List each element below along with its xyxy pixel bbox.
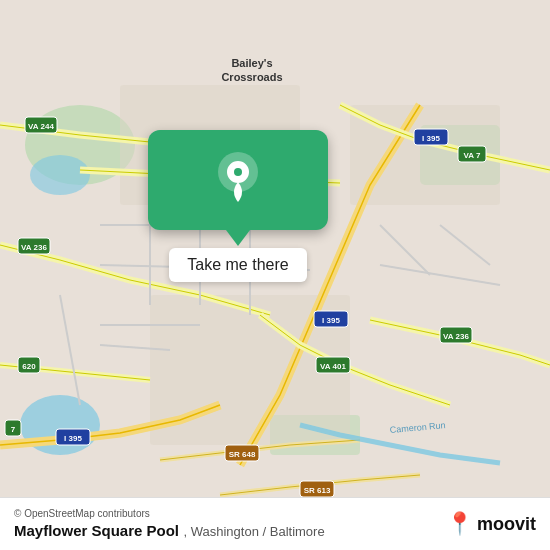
svg-text:VA 236: VA 236 xyxy=(443,332,469,341)
svg-point-1 xyxy=(30,155,90,195)
svg-text:VA 236: VA 236 xyxy=(21,243,47,252)
svg-line-18 xyxy=(60,295,80,405)
svg-text:I 395: I 395 xyxy=(422,134,440,143)
moovit-pin-icon: 📍 xyxy=(446,511,473,537)
map-pin-icon xyxy=(216,150,260,211)
svg-text:Cameron Run: Cameron Run xyxy=(389,420,446,435)
moovit-logo[interactable]: 📍 moovit xyxy=(446,511,536,537)
svg-text:I 395: I 395 xyxy=(64,434,82,443)
svg-text:VA 401: VA 401 xyxy=(320,362,346,371)
svg-text:SR 648: SR 648 xyxy=(229,450,256,459)
svg-point-50 xyxy=(234,168,242,176)
popup-bubble[interactable] xyxy=(148,130,328,230)
svg-line-14 xyxy=(440,225,490,265)
svg-text:Crossroads: Crossroads xyxy=(221,71,282,83)
svg-line-13 xyxy=(380,225,430,275)
copyright-text: © OpenStreetMap contributors xyxy=(14,508,325,519)
bottom-bar: © OpenStreetMap contributors Mayflower S… xyxy=(0,497,550,550)
location-info: Mayflower Square Pool , Washington / Bal… xyxy=(14,522,325,540)
bottom-left-info: © OpenStreetMap contributors Mayflower S… xyxy=(14,508,325,540)
svg-text:7: 7 xyxy=(11,425,16,434)
svg-text:I 395: I 395 xyxy=(322,316,340,325)
location-name: Mayflower Square Pool xyxy=(14,522,179,539)
popup-tail xyxy=(226,230,250,246)
moovit-text: moovit xyxy=(477,514,536,535)
location-region: , Washington / Baltimore xyxy=(184,524,325,539)
svg-text:620: 620 xyxy=(22,362,36,371)
svg-line-15 xyxy=(380,265,500,285)
svg-text:SR 613: SR 613 xyxy=(304,486,331,495)
map-container: VA 244 VA 244 VA 236 VA 236 VA 7 I 395 I… xyxy=(0,0,550,550)
svg-text:VA 244: VA 244 xyxy=(28,122,54,131)
popup-label[interactable]: Take me there xyxy=(169,248,306,282)
svg-text:Bailey's: Bailey's xyxy=(231,57,272,69)
location-popup: Take me there xyxy=(148,130,328,282)
svg-text:VA 7: VA 7 xyxy=(464,151,481,160)
